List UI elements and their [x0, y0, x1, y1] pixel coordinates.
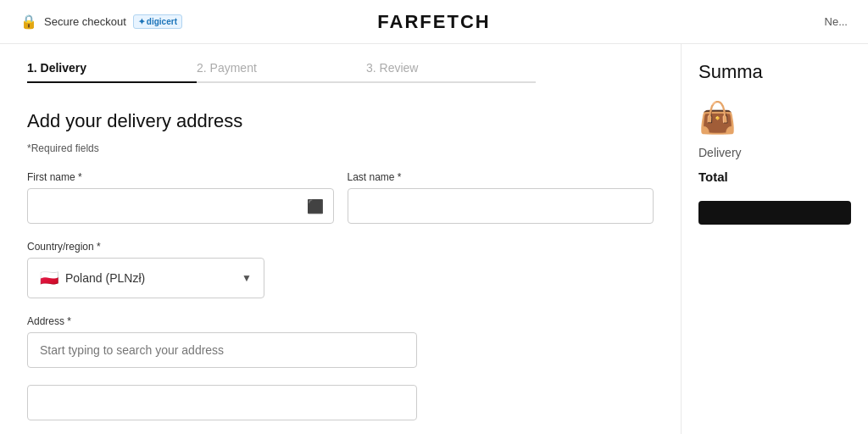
address-row: Address * — [27, 315, 654, 368]
address-search-input[interactable] — [27, 332, 417, 368]
step-delivery-label: 1. Delivery — [27, 61, 197, 75]
step-payment: 2. Payment — [197, 61, 366, 83]
checkout-steps: 1. Delivery 2. Payment 3. Review — [27, 44, 654, 83]
first-name-label: First name * — [27, 171, 334, 183]
digicert-label: digicert — [147, 17, 177, 26]
lock-icon: 🔒 — [20, 14, 37, 30]
last-name-wrapper — [348, 188, 654, 224]
step-review-bar — [366, 81, 536, 83]
step-payment-bar — [197, 81, 366, 83]
country-select-wrapper[interactable]: 🇵🇱 Poland (PLNzł) ▼ Poland (PLNzł) — [27, 258, 264, 298]
last-name-group: Last name * — [348, 171, 654, 224]
step-review-label: 3. Review — [366, 61, 536, 75]
form-title: Add your delivery address — [27, 110, 654, 132]
country-group: Country/region * 🇵🇱 Poland (PLNzł) ▼ Pol… — [27, 241, 654, 298]
address-line2-input[interactable] — [27, 385, 417, 420]
step-delivery-bar — [27, 81, 197, 83]
bag-icon: 👜 — [698, 100, 851, 136]
required-note: *Required fields — [27, 142, 654, 154]
last-name-input[interactable] — [348, 188, 654, 224]
sidebar-total-label: Total — [698, 170, 728, 184]
autofill-icon: ⬛ — [307, 198, 324, 214]
name-row: First name * ⬛ Last name * — [27, 171, 654, 224]
address-row-2 — [27, 385, 654, 420]
site-logo: FARFETCH — [377, 11, 490, 33]
sidebar-title: Summa — [698, 61, 851, 83]
sidebar: Summa 👜 Delivery Total — [682, 44, 868, 434]
country-label: Country/region * — [27, 241, 654, 253]
secure-checkout-label: Secure checkout — [44, 15, 126, 28]
last-name-label: Last name * — [348, 171, 654, 183]
digicert-badge: ✦ digicert — [133, 14, 182, 29]
header: 🔒 Secure checkout ✦ digicert FARFETCH Ne… — [0, 0, 868, 44]
digicert-icon: ✦ — [138, 17, 145, 26]
address-line2-group — [27, 385, 654, 420]
first-name-input[interactable] — [27, 188, 334, 224]
page-layout: 1. Delivery 2. Payment 3. Review Add you… — [0, 44, 868, 434]
sidebar-delivery-label: Delivery — [698, 146, 742, 159]
first-name-group: First name * ⬛ — [27, 171, 334, 224]
step-delivery: 1. Delivery — [27, 61, 197, 83]
step-review: 3. Review — [366, 61, 536, 83]
address-label: Address * — [27, 315, 654, 327]
sidebar-delivery-row: Delivery — [698, 146, 851, 159]
first-name-wrapper: ⬛ — [27, 188, 334, 224]
step-payment-label: 2. Payment — [197, 61, 366, 75]
secure-checkout-area: 🔒 Secure checkout ✦ digicert — [20, 14, 182, 30]
sidebar-total-row: Total — [698, 170, 851, 184]
address-group: Address * — [27, 315, 654, 368]
country-row: Country/region * 🇵🇱 Poland (PLNzł) ▼ Pol… — [27, 241, 654, 298]
main-content: 1. Delivery 2. Payment 3. Review Add you… — [0, 44, 682, 434]
checkout-button[interactable] — [698, 201, 851, 225]
header-nav-right: Ne... — [825, 15, 848, 28]
